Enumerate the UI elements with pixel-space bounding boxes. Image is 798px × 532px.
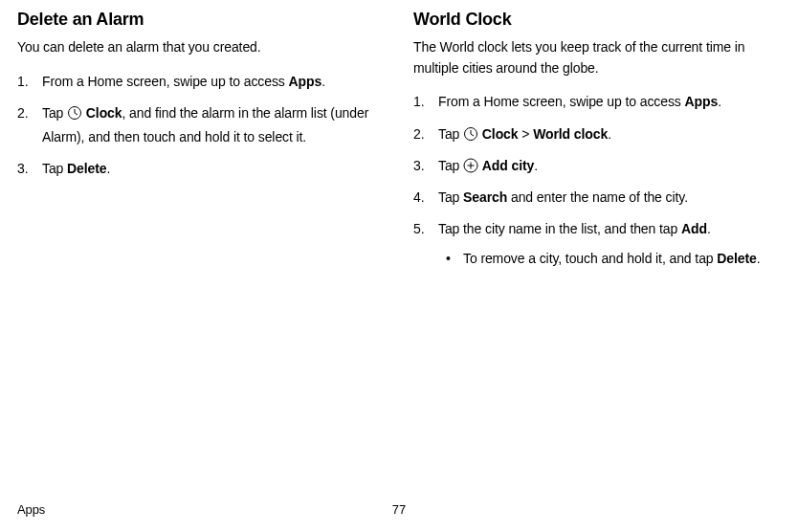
bold-clock: Clock <box>86 105 122 121</box>
bold-add-city: Add city <box>482 158 534 173</box>
clock-icon <box>67 104 82 120</box>
heading-world-clock: World Clock <box>413 10 781 30</box>
steps-world-clock: From a Home screen, swipe up to access A… <box>413 90 781 271</box>
step-1: From a Home screen, swipe up to access A… <box>413 90 781 114</box>
step-text: . <box>106 161 110 176</box>
steps-delete-alarm: From a Home screen, swipe up to access A… <box>17 70 385 182</box>
step-text: . <box>321 74 325 89</box>
step-text: . <box>534 158 538 173</box>
right-column: World Clock The World clock lets you kee… <box>413 10 781 279</box>
heading-delete-alarm: Delete an Alarm <box>17 10 385 30</box>
step-text: . <box>608 126 611 142</box>
intro-delete-alarm: You can delete an alarm that you created… <box>17 37 385 58</box>
footer: Apps 77 <box>17 502 781 517</box>
clock-icon <box>463 125 478 141</box>
bullet-remove-city: To remove a city, touch and hold it, and… <box>438 247 781 271</box>
step-text: Tap <box>438 189 463 205</box>
step-text: . <box>707 221 711 236</box>
step-text: and enter the name of the city. <box>507 189 688 205</box>
intro-world-clock: The World clock lets you keep track of t… <box>413 37 781 78</box>
step-3: Tap Add city. <box>413 154 781 178</box>
step-3: Tap Delete. <box>17 157 385 181</box>
bold-delete: Delete <box>717 251 756 266</box>
step-2: Tap Clock > World clock. <box>413 122 781 146</box>
footer-page: 77 <box>392 502 406 517</box>
bold-search: Search <box>463 189 507 205</box>
step-text: Tap <box>42 105 67 121</box>
bold-clock: Clock <box>482 126 519 142</box>
svg-line-5 <box>471 134 474 136</box>
step-2: Tap Clock, and find the alarm in the ala… <box>17 101 385 149</box>
add-icon <box>463 157 478 172</box>
bold-delete: Delete <box>67 161 106 176</box>
step-text: Tap the city name in the list, and then … <box>438 221 681 236</box>
left-column: Delete an Alarm You can delete an alarm … <box>17 10 385 279</box>
step-5: Tap the city name in the list, and then … <box>413 217 781 271</box>
step-text: . <box>718 94 721 109</box>
step-text: Tap <box>438 158 463 173</box>
bold-world-clock: World clock <box>533 126 608 142</box>
step-text: > <box>518 126 533 142</box>
step-1: From a Home screen, swipe up to access A… <box>17 70 385 94</box>
bullet-text: . <box>757 251 761 266</box>
bold-apps: Apps <box>685 94 719 109</box>
step-text: From a Home screen, swipe up to access <box>438 94 685 109</box>
svg-line-2 <box>75 113 78 115</box>
step-text: From a Home screen, swipe up to access <box>42 74 289 89</box>
step-text: Tap <box>438 126 463 142</box>
bold-add: Add <box>681 221 707 236</box>
step-text: Tap <box>42 161 67 176</box>
bullet-text: To remove a city, touch and hold it, and… <box>463 251 717 266</box>
step-4: Tap Search and enter the name of the cit… <box>413 186 781 210</box>
bold-apps: Apps <box>289 74 322 89</box>
